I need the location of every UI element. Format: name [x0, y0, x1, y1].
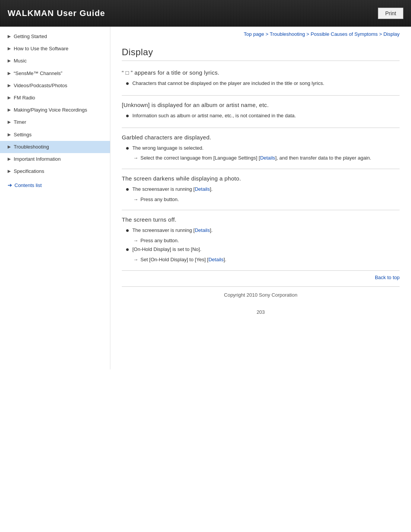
sidebar: ▶Getting Started▶How to Use the Software… [0, 27, 110, 369]
arrow-text: Press any button. [140, 237, 400, 244]
sidebar-item-troubleshooting[interactable]: ▶Troubleshooting [0, 141, 110, 153]
bullet-text: [On-Hold Display] is set to [No]. [132, 246, 400, 253]
app-title: WALKMAN User Guide [8, 8, 105, 18]
sidebar-item-how-to-use[interactable]: ▶How to Use the Software [0, 43, 110, 55]
arrow-text: Press any button. [140, 196, 400, 203]
header: WALKMAN User Guide Print [0, 0, 411, 27]
arrow-icon: → [133, 196, 138, 203]
sidebar-arrow-icon: ▶ [8, 156, 11, 162]
sidebar-item-music[interactable]: ▶Music [0, 55, 110, 67]
breadcrumb: Top page > Troubleshooting > Possible Ca… [122, 27, 400, 40]
sidebar-arrow-icon: ▶ [8, 144, 11, 150]
section-title-section4: The screen darkens while displaying a ph… [122, 175, 400, 182]
section-section2: [Unknown] is displayed for an album or a… [122, 96, 400, 128]
breadcrumb-top-page[interactable]: Top page [244, 31, 264, 37]
sidebar-arrow-icon: ▶ [8, 83, 11, 88]
arrow-icon: → [133, 256, 138, 264]
breadcrumb-sep2: > [305, 31, 311, 37]
bullet-item: ●The screensaver is running [Details]. [122, 227, 400, 235]
arrow-icon: → [133, 154, 138, 162]
back-to-top: Back to top [122, 271, 400, 283]
arrow-item: →Press any button. [122, 196, 400, 203]
sidebar-item-voice[interactable]: ▶Making/Playing Voice Recordings [0, 104, 110, 116]
copyright-text: Copyright 2010 Sony Corporation [224, 292, 298, 298]
sidebar-item-label: Specifications [14, 168, 104, 175]
sidebar-item-label: “SensMe™ Channels” [14, 70, 104, 77]
bullet-text: Characters that cannot be displayed on t… [132, 80, 400, 87]
bullet-dot-icon: ● [126, 227, 129, 235]
breadcrumb-troubleshooting[interactable]: Troubleshooting [270, 31, 305, 37]
arrow-item: →Set [On-Hold Display] to [Yes] [Details… [122, 256, 400, 264]
sidebar-item-fm-radio[interactable]: ▶FM Radio [0, 92, 110, 104]
sidebar-item-label: FM Radio [14, 94, 104, 101]
bullet-dot-icon: ● [126, 185, 129, 193]
sidebar-item-label: Making/Playing Voice Recordings [14, 107, 104, 113]
sidebar-arrow-icon: ▶ [8, 119, 11, 125]
details-link[interactable]: Details [195, 186, 210, 192]
sidebar-item-label: Settings [14, 131, 104, 138]
contents-list-link[interactable]: ➔ Contents list [0, 177, 110, 193]
back-to-top-link[interactable]: Back to top [375, 275, 400, 280]
details-link[interactable]: Details [195, 227, 210, 233]
sidebar-arrow-icon: ▶ [8, 132, 11, 137]
bullet-dot-icon: ● [126, 246, 129, 254]
arrow-icon: → [133, 237, 138, 244]
sidebar-item-settings[interactable]: ▶Settings [0, 129, 110, 141]
sidebar-item-specifications[interactable]: ▶Specifications [0, 165, 110, 177]
sidebar-item-getting-started[interactable]: ▶Getting Started [0, 30, 110, 43]
section-title-section1: “ □ ” appears for a title or song lyrics… [122, 69, 400, 76]
sidebar-item-important[interactable]: ▶Important Information [0, 153, 110, 165]
section-section3: Garbled characters are displayed.●The wr… [122, 128, 400, 169]
breadcrumb-display[interactable]: Display [383, 31, 400, 37]
contents-list-label: Contents list [14, 182, 42, 188]
details-link[interactable]: Details [260, 155, 275, 161]
sidebar-item-label: How to Use the Software [14, 45, 104, 52]
page-body: ▶Getting Started▶How to Use the Software… [0, 27, 411, 369]
bullet-text: The screensaver is running [Details]. [132, 185, 400, 193]
arrow-item: →Select the correct language from [Langu… [122, 154, 400, 162]
sidebar-item-label: Troubleshooting [14, 144, 104, 150]
sidebar-arrow-icon: ▶ [8, 70, 11, 76]
print-button[interactable]: Print [378, 8, 403, 19]
sidebar-item-label: Videos/Podcasts/Photos [14, 82, 104, 89]
bullet-item: ●The wrong language is selected. [122, 144, 400, 152]
bullet-text: The screensaver is running [Details]. [132, 227, 400, 234]
section-section5: The screen turns off.●The screensaver is… [122, 210, 400, 271]
breadcrumb-sep3: > [378, 31, 384, 37]
sidebar-item-label: Music [14, 58, 104, 64]
bullet-item: ●[On-Hold Display] is set to [No]. [122, 246, 400, 254]
arrow-item: →Press any button. [122, 237, 400, 244]
main-content: Top page > Troubleshooting > Possible Ca… [110, 27, 411, 369]
bullet-dot-icon: ● [126, 80, 129, 88]
sidebar-item-timer[interactable]: ▶Timer [0, 116, 110, 128]
bullet-text: Information such as album or artist name… [132, 112, 400, 120]
sidebar-arrow-icon: ▶ [8, 46, 11, 51]
bullet-item: ●Information such as album or artist nam… [122, 112, 400, 120]
breadcrumb-possible-causes[interactable]: Possible Causes of Symptoms [311, 31, 378, 37]
section-section1: “ □ ” appears for a title or song lyrics… [122, 63, 400, 96]
sidebar-arrow-icon: ▶ [8, 58, 11, 64]
sidebar-item-label: Getting Started [14, 33, 104, 40]
section-title-section5: The screen turns off. [122, 216, 400, 223]
sidebar-item-sensme[interactable]: ▶“SensMe™ Channels” [0, 67, 110, 80]
page-number: 203 [122, 302, 400, 319]
sidebar-arrow-icon: ▶ [8, 168, 11, 174]
bullet-item: ●The screensaver is running [Details]. [122, 185, 400, 193]
breadcrumb-sep1: > [264, 31, 270, 37]
arrow-text: Select the correct language from [Langua… [140, 154, 400, 162]
details-link[interactable]: Details [209, 257, 224, 262]
contents-list-arrow-icon: ➔ [8, 182, 12, 188]
footer: Copyright 2010 Sony Corporation [122, 286, 400, 302]
sidebar-item-label: Timer [14, 119, 104, 126]
sidebar-item-videos[interactable]: ▶Videos/Podcasts/Photos [0, 80, 110, 92]
bullet-dot-icon: ● [126, 112, 129, 120]
sidebar-arrow-icon: ▶ [8, 107, 11, 113]
sidebar-arrow-icon: ▶ [8, 95, 11, 101]
arrow-text: Set [On-Hold Display] to [Yes] [Details]… [140, 256, 400, 264]
section-section4: The screen darkens while displaying a ph… [122, 169, 400, 210]
sidebar-item-label: Important Information [14, 156, 104, 163]
section-title-section3: Garbled characters are displayed. [122, 134, 400, 141]
bullet-text: The wrong language is selected. [132, 144, 400, 152]
section-title-section2: [Unknown] is displayed for an album or a… [122, 102, 400, 108]
page-title: Display [122, 47, 400, 61]
